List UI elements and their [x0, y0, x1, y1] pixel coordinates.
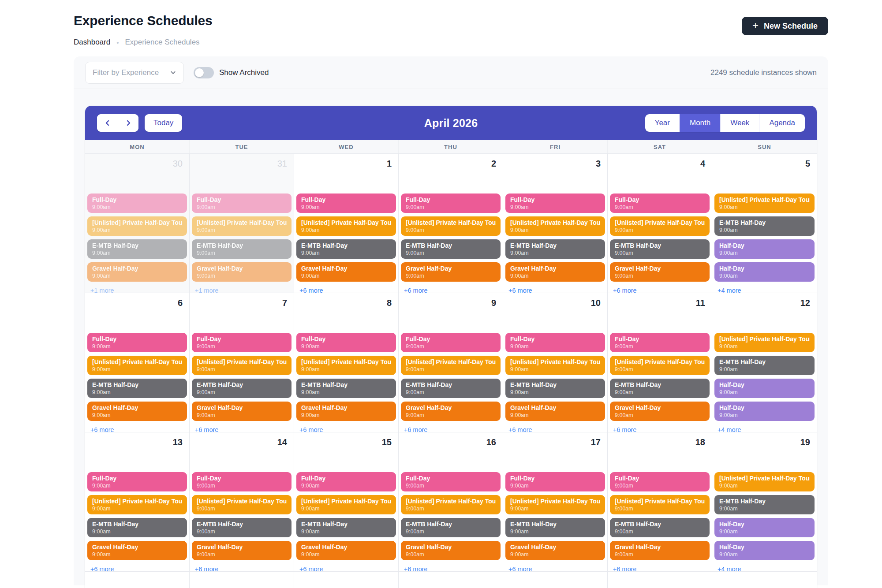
calendar-event[interactable]: Gravel Half-Day9:00am [296, 402, 396, 421]
calendar-event[interactable]: Gravel Half-Day9:00am [401, 402, 501, 421]
day-cell[interactable]: 17Full-Day9:00am[Unlisted] Private Half-… [503, 432, 608, 572]
day-cell[interactable] [190, 572, 294, 588]
next-month-button[interactable] [118, 114, 138, 132]
calendar-event[interactable]: E-MTB Half-Day9:00am [610, 239, 710, 259]
calendar-event[interactable]: E-MTB Half-Day9:00am [296, 239, 396, 259]
calendar-event[interactable]: [Unlisted] Private Half-Day Tour...9:00a… [192, 216, 292, 236]
calendar-event[interactable]: Gravel Half-Day9:00am [401, 262, 501, 282]
day-cell[interactable]: 12[Unlisted] Private Half-Day Tour...9:0… [712, 293, 817, 432]
breadcrumb-dashboard[interactable]: Dashboard [74, 38, 110, 47]
calendar-event[interactable]: Full-Day9:00am [505, 333, 605, 352]
calendar-event[interactable]: E-MTB Half-Day9:00am [714, 216, 815, 236]
day-cell[interactable]: 8Full-Day9:00am[Unlisted] Private Half-D… [294, 293, 399, 432]
view-agenda-button[interactable]: Agenda [759, 114, 805, 132]
calendar-event[interactable]: E-MTB Half-Day9:00am [87, 379, 187, 398]
day-cell[interactable]: 10Full-Day9:00am[Unlisted] Private Half-… [503, 293, 608, 432]
calendar-event[interactable]: E-MTB Half-Day9:00am [610, 518, 710, 537]
view-week-button[interactable]: Week [720, 114, 759, 132]
day-cell[interactable]: 16Full-Day9:00am[Unlisted] Private Half-… [399, 432, 503, 572]
calendar-event[interactable]: [Unlisted] Private Half-Day Tour...9:00a… [87, 356, 187, 375]
day-cell[interactable]: 30Full-Day9:00am[Unlisted] Private Half-… [85, 154, 190, 293]
day-cell[interactable]: 5[Unlisted] Private Half-Day Tour...9:00… [712, 154, 817, 293]
day-cell[interactable]: 31Full-Day9:00am[Unlisted] Private Half-… [190, 154, 294, 293]
calendar-event[interactable]: Gravel Half-Day9:00am [192, 262, 292, 282]
calendar-event[interactable]: Gravel Half-Day9:00am [610, 541, 710, 560]
calendar-event[interactable]: Full-Day9:00am [192, 333, 292, 352]
day-cell[interactable] [399, 572, 503, 588]
calendar-event[interactable]: Half-Day9:00am [714, 541, 815, 560]
calendar-event[interactable]: Full-Day9:00am [296, 333, 396, 352]
calendar-event[interactable]: E-MTB Half-Day9:00am [401, 239, 501, 259]
calendar-event[interactable]: E-MTB Half-Day9:00am [296, 518, 396, 537]
day-cell[interactable]: 11Full-Day9:00am[Unlisted] Private Half-… [608, 293, 712, 432]
calendar-event[interactable]: Full-Day9:00am [610, 472, 710, 491]
calendar-event[interactable]: Half-Day9:00am [714, 262, 815, 282]
prev-month-button[interactable] [97, 114, 118, 132]
calendar-event[interactable]: [Unlisted] Private Half-Day Tour...9:00a… [714, 472, 815, 491]
calendar-event[interactable]: [Unlisted] Private Half-Day Tour...9:00a… [401, 216, 501, 236]
calendar-event[interactable]: Gravel Half-Day9:00am [610, 262, 710, 282]
today-button[interactable]: Today [145, 114, 182, 132]
calendar-event[interactable]: E-MTB Half-Day9:00am [192, 518, 292, 537]
day-cell[interactable] [85, 572, 190, 588]
calendar-event[interactable]: [Unlisted] Private Half-Day Tour...9:00a… [87, 216, 187, 236]
day-cell[interactable]: 13Full-Day9:00am[Unlisted] Private Half-… [85, 432, 190, 572]
calendar-event[interactable]: [Unlisted] Private Half-Day Tour...9:00a… [610, 495, 710, 514]
calendar-event[interactable]: E-MTB Half-Day9:00am [505, 379, 605, 398]
new-schedule-button[interactable]: + New Schedule [742, 17, 828, 35]
calendar-event[interactable]: [Unlisted] Private Half-Day Tour...9:00a… [714, 333, 815, 352]
calendar-event[interactable]: [Unlisted] Private Half-Day Tour...9:00a… [401, 495, 501, 514]
calendar-event[interactable]: Gravel Half-Day9:00am [505, 541, 605, 560]
calendar-event[interactable]: [Unlisted] Private Half-Day Tour...9:00a… [296, 216, 396, 236]
view-year-button[interactable]: Year [645, 114, 680, 132]
calendar-event[interactable]: E-MTB Half-Day9:00am [714, 356, 815, 375]
calendar-event[interactable]: E-MTB Half-Day9:00am [192, 239, 292, 259]
day-cell[interactable]: 3Full-Day9:00am[Unlisted] Private Half-D… [503, 154, 608, 293]
calendar-event[interactable]: [Unlisted] Private Half-Day Tour...9:00a… [87, 495, 187, 514]
calendar-event[interactable]: Gravel Half-Day9:00am [87, 262, 187, 282]
calendar-event[interactable]: [Unlisted] Private Half-Day Tour...9:00a… [610, 216, 710, 236]
calendar-event[interactable]: Gravel Half-Day9:00am [87, 541, 187, 560]
calendar-event[interactable]: Gravel Half-Day9:00am [505, 402, 605, 421]
calendar-event[interactable]: Full-Day9:00am [192, 194, 292, 213]
calendar-event[interactable]: [Unlisted] Private Half-Day Tour...9:00a… [296, 356, 396, 375]
calendar-event[interactable]: Full-Day9:00am [401, 333, 501, 352]
calendar-event[interactable]: [Unlisted] Private Half-Day Tour...9:00a… [714, 194, 815, 213]
calendar-event[interactable]: E-MTB Half-Day9:00am [87, 518, 187, 537]
calendar-event[interactable]: E-MTB Half-Day9:00am [192, 379, 292, 398]
day-cell[interactable]: 6Full-Day9:00am[Unlisted] Private Half-D… [85, 293, 190, 432]
day-cell[interactable]: 18Full-Day9:00am[Unlisted] Private Half-… [608, 432, 712, 572]
calendar-event[interactable]: [Unlisted] Private Half-Day Tour...9:00a… [610, 356, 710, 375]
calendar-event[interactable]: Gravel Half-Day9:00am [610, 402, 710, 421]
calendar-event[interactable]: E-MTB Half-Day9:00am [505, 239, 605, 259]
calendar-event[interactable]: Half-Day9:00am [714, 239, 815, 259]
calendar-event[interactable]: [Unlisted] Private Half-Day Tour...9:00a… [192, 356, 292, 375]
calendar-event[interactable]: [Unlisted] Private Half-Day Tour...9:00a… [505, 495, 605, 514]
calendar-event[interactable]: E-MTB Half-Day9:00am [610, 379, 710, 398]
calendar-event[interactable]: [Unlisted] Private Half-Day Tour...9:00a… [505, 216, 605, 236]
calendar-event[interactable]: Full-Day9:00am [505, 472, 605, 491]
calendar-event[interactable]: Full-Day9:00am [296, 472, 396, 491]
calendar-event[interactable]: Full-Day9:00am [401, 194, 501, 213]
calendar-event[interactable]: Full-Day9:00am [401, 472, 501, 491]
calendar-event[interactable]: Gravel Half-Day9:00am [192, 402, 292, 421]
day-cell[interactable] [608, 572, 712, 588]
calendar-event[interactable]: E-MTB Half-Day9:00am [296, 379, 396, 398]
calendar-event[interactable]: Full-Day9:00am [505, 194, 605, 213]
show-archived-toggle[interactable] [194, 67, 214, 78]
calendar-event[interactable]: [Unlisted] Private Half-Day Tour...9:00a… [401, 356, 501, 375]
day-cell[interactable]: 2Full-Day9:00am[Unlisted] Private Half-D… [399, 154, 503, 293]
calendar-event[interactable]: Gravel Half-Day9:00am [192, 541, 292, 560]
day-cell[interactable]: 4Full-Day9:00am[Unlisted] Private Half-D… [608, 154, 712, 293]
calendar-event[interactable]: Gravel Half-Day9:00am [87, 402, 187, 421]
calendar-event[interactable]: Full-Day9:00am [87, 472, 187, 491]
calendar-event[interactable]: [Unlisted] Private Half-Day Tour...9:00a… [296, 495, 396, 514]
calendar-event[interactable]: Gravel Half-Day9:00am [505, 262, 605, 282]
calendar-event[interactable]: Half-Day9:00am [714, 379, 815, 398]
calendar-event[interactable]: Half-Day9:00am [714, 518, 815, 537]
day-cell[interactable] [503, 572, 608, 588]
day-cell[interactable]: 7Full-Day9:00am[Unlisted] Private Half-D… [190, 293, 294, 432]
calendar-event[interactable]: Full-Day9:00am [296, 194, 396, 213]
calendar-event[interactable]: Full-Day9:00am [87, 194, 187, 213]
calendar-event[interactable]: E-MTB Half-Day9:00am [87, 239, 187, 259]
